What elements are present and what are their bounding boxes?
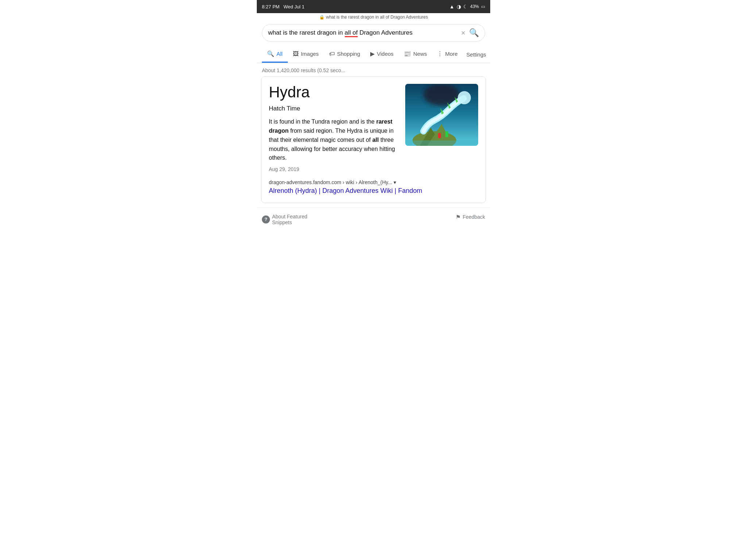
tab-videos-label: Videos [377, 51, 394, 57]
snippet-text-area: Hydra Hatch Time It is found in the Tund… [269, 84, 399, 179]
donotdisturb-icon: ☾ [463, 4, 468, 9]
tab-shopping-label: Shopping [337, 51, 360, 57]
about-featured-snippets[interactable]: ? About Featured Snippets [262, 214, 307, 225]
dragon-svg-image [405, 84, 478, 146]
battery-level: 43% [470, 4, 479, 9]
svg-point-5 [458, 91, 471, 104]
snippet-source: dragon-adventures.fandom.com › wiki › Al… [269, 179, 478, 185]
tab-images[interactable]: 🖼 Images [288, 46, 324, 63]
search-clear-button[interactable]: × [461, 29, 465, 36]
snippet-source-text: dragon-adventures.fandom.com › wiki › Al… [269, 179, 396, 185]
featured-snippet-card: Hydra Hatch Time It is found in the Tund… [261, 76, 486, 203]
images-tab-icon: 🖼 [293, 51, 299, 57]
lock-icon: 🔒 [319, 15, 325, 20]
shopping-tab-icon: 🏷 [329, 51, 335, 57]
search-query-text: what is the rarest dragon in all of Drag… [268, 29, 457, 36]
videos-tab-icon: ▶ [370, 50, 375, 57]
snippet-content: Hydra Hatch Time It is found in the Tund… [269, 84, 478, 179]
url-bar-hint: 🔒 what is the rarest dragon in all of Dr… [257, 13, 490, 20]
search-tabs: 🔍 All 🖼 Images 🏷 Shopping ▶ Videos 📰 New… [257, 46, 490, 63]
moon-icon: ◑ [457, 4, 461, 9]
tab-all-label: All [276, 51, 283, 57]
status-date: Wed Jul 1 [283, 4, 305, 9]
svg-rect-6 [438, 133, 441, 138]
battery-icon: ▭ [481, 4, 485, 9]
status-bar: 8:27 PM Wed Jul 1 ▲ ◑ ☾ 43% ▭ [257, 0, 490, 13]
more-tab-icon: ⋮ [437, 50, 443, 57]
tools-link[interactable]: Tools [490, 47, 490, 62]
tab-all[interactable]: 🔍 All [262, 46, 288, 63]
snippet-image [405, 84, 478, 146]
about-featured-label: About Featured Snippets [272, 214, 307, 225]
snippet-image-area [405, 84, 478, 146]
search-bar[interactable]: what is the rarest dragon in all of Drag… [262, 24, 485, 42]
snippet-date: Aug 29, 2019 [269, 166, 399, 172]
tab-news-label: News [413, 51, 427, 57]
feedback-label: Feedback [463, 214, 485, 220]
snippet-body: It is found in the Tundra region and is … [269, 117, 399, 163]
url-text: what is the rarest dragon in all of Drag… [326, 15, 428, 20]
snippet-title: Hydra [269, 84, 399, 101]
tab-videos[interactable]: ▶ Videos [365, 46, 399, 63]
snippet-link[interactable]: Alrenoth (Hydra) | Dragon Adventures Wik… [269, 187, 478, 195]
snippets-label: Snippets [272, 219, 307, 225]
svg-rect-8 [405, 140, 478, 146]
query-before: what is the rarest dragon in [268, 29, 345, 36]
status-time-date: 8:27 PM Wed Jul 1 [262, 4, 305, 9]
bottom-section: ? About Featured Snippets ⚑ Feedback [257, 207, 490, 231]
search-bar-container: what is the rarest dragon in all of Drag… [257, 20, 490, 46]
question-icon: ? [262, 215, 270, 223]
results-count: About 1,420,000 results (0.52 seco... [257, 63, 490, 76]
status-time: 8:27 PM [262, 4, 279, 9]
feedback-button[interactable]: ⚑ Feedback [456, 214, 485, 221]
news-tab-icon: 📰 [404, 50, 411, 57]
settings-link[interactable]: Settings [463, 47, 490, 62]
tab-news[interactable]: 📰 News [399, 46, 432, 63]
search-submit-button[interactable]: 🔍 [469, 28, 479, 38]
tab-shopping[interactable]: 🏷 Shopping [324, 46, 365, 63]
query-after: Dragon Adventures [358, 29, 413, 36]
snippet-subtitle: Hatch Time [269, 105, 399, 112]
tab-more[interactable]: ⋮ More [432, 46, 462, 63]
query-underlined: all of [345, 29, 358, 36]
status-icons: ▲ ◑ ☾ 43% ▭ [449, 4, 485, 9]
flag-icon: ⚑ [456, 214, 461, 221]
tab-images-label: Images [301, 51, 319, 57]
wifi-icon: ▲ [449, 4, 454, 9]
svg-rect-7 [445, 131, 448, 137]
about-label: About Featured [272, 214, 307, 219]
tab-more-label: More [445, 51, 457, 57]
all-tab-icon: 🔍 [267, 50, 274, 57]
